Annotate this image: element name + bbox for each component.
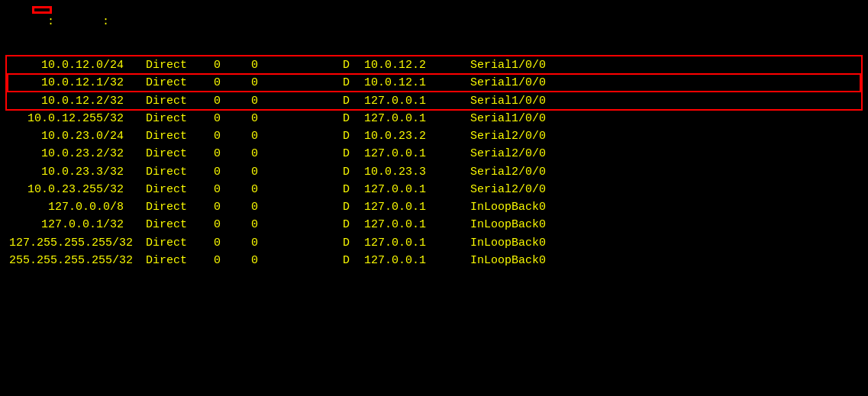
- cell-proto: Direct: [146, 110, 207, 127]
- cell-cost: 0: [251, 198, 305, 216]
- cell-proto: Direct: [146, 127, 207, 145]
- cell-iface: Serial2/0/0: [470, 145, 577, 163]
- cell-nexthop: 10.0.23.3: [364, 163, 463, 181]
- cell-pre: 0: [214, 216, 244, 233]
- cell-flags: D: [311, 74, 357, 92]
- cell-dest: 10.0.12.0/24: [9, 56, 139, 74]
- cell-nexthop: 127.0.0.1: [364, 181, 463, 198]
- cell-flags: D: [311, 198, 357, 216]
- cell-flags: D: [311, 92, 357, 110]
- table-row: 10.0.23.0/24 Direct 0 0 D 10.0.23.2 Seri…: [9, 127, 859, 145]
- cell-dest: 10.0.23.0/24: [9, 127, 139, 145]
- cell-pre: 0: [214, 56, 244, 74]
- cell-proto: Direct: [146, 252, 207, 269]
- cell-flags: D: [311, 181, 357, 198]
- cell-nexthop: 10.0.12.1: [364, 74, 463, 92]
- cell-cost: 0: [251, 181, 305, 198]
- cell-proto: Direct: [146, 56, 207, 74]
- cell-nexthop: 127.0.0.1: [364, 92, 463, 110]
- table-row: 127.255.255.255/32 Direct 0 0 D 127.0.0.…: [9, 234, 859, 252]
- table-row: 10.0.12.255/32 Direct 0 0 D 127.0.0.1 Se…: [9, 110, 859, 127]
- cell-cost: 0: [251, 74, 305, 92]
- cell-cost: 0: [251, 145, 305, 163]
- cell-proto: Direct: [146, 234, 207, 252]
- cell-iface: Serial1/0/0: [470, 74, 577, 92]
- cell-pre: 0: [214, 110, 244, 127]
- cell-dest: 255.255.255.255/32: [9, 252, 139, 269]
- cell-flags: D: [311, 56, 357, 74]
- cell-dest: 10.0.23.2/32: [9, 145, 139, 163]
- cell-dest: 10.0.12.255/32: [9, 110, 139, 127]
- cell-iface: InLoopBack0: [470, 252, 577, 269]
- cell-flags: D: [311, 216, 357, 233]
- cell-nexthop: 127.0.0.1: [364, 110, 463, 127]
- cell-cost: 0: [251, 56, 305, 74]
- table-row: 127.0.0.1/32 Direct 0 0 D 127.0.0.1 InLo…: [9, 216, 859, 233]
- table-row: 10.0.12.1/32 Direct 0 0 D 10.0.12.1 Seri…: [9, 74, 859, 92]
- cell-pre: 0: [214, 252, 244, 269]
- cell-iface: Serial1/0/0: [470, 110, 577, 127]
- cell-pre: 0: [214, 127, 244, 145]
- cell-iface: InLoopBack0: [470, 198, 577, 216]
- cell-iface: InLoopBack0: [470, 216, 577, 233]
- cell-pre: 0: [214, 234, 244, 252]
- cell-proto: Direct: [146, 74, 207, 92]
- cell-dest: 10.0.12.1/32: [9, 74, 139, 92]
- cell-nexthop: 127.0.0.1: [364, 234, 463, 252]
- ppp-routing-title: [32, 6, 52, 14]
- table-row: 10.0.12.0/24 Direct 0 0 D 10.0.12.2 Seri…: [9, 56, 859, 74]
- cell-flags: D: [311, 110, 357, 127]
- cell-cost: 0: [251, 127, 305, 145]
- cell-nexthop: 127.0.0.1: [364, 145, 463, 163]
- table-row: 127.0.0.0/8 Direct 0 0 D 127.0.0.1 InLoo…: [9, 198, 859, 216]
- cell-pre: 0: [214, 74, 244, 92]
- cell-dest: 10.0.12.2/32: [9, 92, 139, 110]
- cell-flags: D: [311, 163, 357, 181]
- cell-cost: 0: [251, 252, 305, 269]
- table-row: 10.0.23.2/32 Direct 0 0 D 127.0.0.1 Seri…: [9, 145, 859, 163]
- cell-flags: D: [311, 145, 357, 163]
- cell-iface: Serial2/0/0: [470, 163, 577, 181]
- cell-pre: 0: [214, 163, 244, 181]
- cell-proto: Direct: [146, 92, 207, 110]
- table-row: 10.0.12.2/32 Direct 0 0 D 127.0.0.1 Seri…: [9, 92, 859, 110]
- cell-flags: D: [311, 234, 357, 252]
- cell-dest: 127.255.255.255/32: [9, 234, 139, 252]
- cell-flags: D: [311, 252, 357, 269]
- cell-iface: Serial2/0/0: [470, 181, 577, 198]
- col-header-dest: [9, 39, 24, 52]
- cell-dest: 10.0.23.255/32: [9, 181, 139, 198]
- cell-iface: Serial1/0/0: [470, 56, 577, 74]
- routes-colon: :: [102, 15, 109, 28]
- cell-pre: 0: [214, 181, 244, 198]
- table-row: 10.0.23.255/32 Direct 0 0 D 127.0.0.1 Se…: [9, 181, 859, 198]
- cell-nexthop: 10.0.23.2: [364, 127, 463, 145]
- routing-header: : :: [9, 6, 859, 28]
- col-header-flags: [24, 39, 32, 52]
- column-headers: [9, 39, 859, 52]
- cell-iface: Serial1/0/0: [470, 92, 577, 110]
- cell-proto: Direct: [146, 181, 207, 198]
- cell-cost: 0: [251, 234, 305, 252]
- cell-proto: Direct: [146, 198, 207, 216]
- cell-nexthop: 127.0.0.1: [364, 216, 463, 233]
- cell-proto: Direct: [146, 163, 207, 181]
- cell-dest: 127.0.0.0/8: [9, 198, 139, 216]
- table-row: 255.255.255.255/32 Direct 0 0 D 127.0.0.…: [9, 252, 859, 269]
- cell-dest: 127.0.0.1/32: [9, 216, 139, 233]
- destinations-colon: :: [47, 15, 61, 28]
- cell-cost: 0: [251, 163, 305, 181]
- routing-table: 10.0.12.0/24 Direct 0 0 D 10.0.12.2 Seri…: [9, 56, 859, 269]
- cell-pre: 0: [214, 145, 244, 163]
- cell-nexthop: 127.0.0.1: [364, 252, 463, 269]
- cell-iface: Serial2/0/0: [470, 127, 577, 145]
- cell-pre: 0: [214, 198, 244, 216]
- cell-dest: 10.0.23.3/32: [9, 163, 139, 181]
- cell-cost: 0: [251, 216, 305, 233]
- table-row: 10.0.23.3/32 Direct 0 0 D 10.0.23.3 Seri…: [9, 163, 859, 181]
- cell-nexthop: 10.0.12.2: [364, 56, 463, 74]
- cell-proto: Direct: [146, 216, 207, 233]
- cell-cost: 0: [251, 92, 305, 110]
- cell-flags: D: [311, 127, 357, 145]
- cell-proto: Direct: [146, 145, 207, 163]
